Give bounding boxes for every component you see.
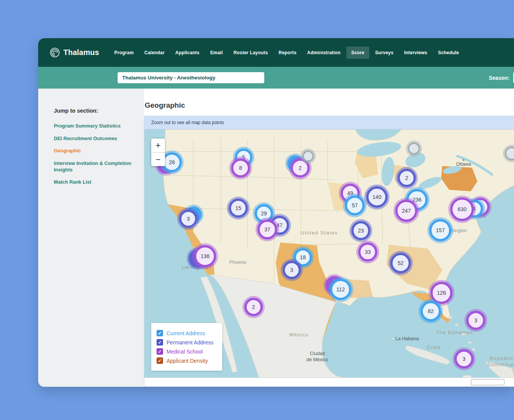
nav-item-calendar[interactable]: Calendar [139,47,170,59]
map-cluster[interactable]: 3 [179,210,197,228]
map-legend: ✓Current Address✓Permanent Address✓Medic… [151,323,222,371]
nav-item-applicants[interactable]: Applicants [170,47,204,59]
map-cluster[interactable]: 2 [398,169,416,187]
nav-item-administration[interactable]: Administration [302,47,345,59]
map-cluster[interactable]: 3 [283,261,301,279]
map-attribution-box[interactable] [471,379,504,385]
map-cluster[interactable]: 136 [194,245,216,267]
legend-label: Applicant Density [166,358,208,364]
map-footer [144,378,514,386]
sidebar-link-interview-invitation-completion-insights[interactable]: Interview Invitation & Completion Insigh… [54,160,133,173]
season-control: Season: [489,72,514,83]
map-cluster[interactable]: 37 [257,220,277,239]
map-cluster[interactable]: 3 [466,311,485,330]
legend-checkbox-permanent-address[interactable]: ✓ [157,339,163,346]
legend-checkbox-medical-school[interactable]: ✓ [157,348,163,355]
map-notice: Zoom out to see all map data points [144,116,514,129]
map-cluster[interactable]: 23 [351,221,370,240]
section-nav: Program Summary StatisticsDEI Recruitmen… [54,123,133,186]
map-cluster[interactable]: 247 [395,200,417,222]
sidebar-link-geographic[interactable]: Geographic [54,148,133,154]
nav-item-email[interactable]: Email [205,47,228,59]
subheader-bar: Thalamus University - Anesthesiology Sea… [38,67,514,89]
map-cluster[interactable]: 52 [390,253,411,273]
legend-row-current-address: ✓Current Address [157,330,217,336]
sidebar-heading: Jump to section: [54,108,133,114]
main-panel: Geographic Zoom out to see all map data … [144,89,514,387]
nav-item-surveys[interactable]: Surveys [370,47,398,59]
nav-item-score[interactable]: Score [346,47,369,59]
legend-label: Current Address [166,330,205,336]
map-cluster[interactable]: 33 [358,242,377,262]
legend-checkbox-applicant-density[interactable]: ✓ [157,357,163,364]
legend-checkbox-current-address[interactable]: ✓ [157,330,163,336]
zoom-control: + − [151,139,165,166]
brand-name: Thalamus [63,48,99,57]
content-area: Jump to section: Program Summary Statist… [38,89,514,387]
brand[interactable]: Thalamus [50,47,99,58]
map-cluster[interactable]: 8 [231,158,250,178]
season-label: Season: [489,75,509,81]
app-window: Thalamus ProgramCalendarApplicantsEmailR… [38,38,514,387]
legend-row-permanent-address: ✓Permanent Address [157,339,217,346]
map-cluster[interactable]: 3 [454,349,474,368]
top-nav-bar: Thalamus ProgramCalendarApplicantsEmailR… [38,38,514,67]
zoom-in-button[interactable]: + [151,139,165,152]
map-cluster[interactable]: 57 [345,195,365,215]
map-cluster[interactable]: 126 [430,282,453,304]
program-select[interactable]: Thalamus University - Anesthesiology [118,72,264,83]
map-panel: Zoom out to see all map data points [144,116,514,387]
map-cluster[interactable]: 157 [429,219,451,241]
sidebar-link-dei-recruitment-outcomes[interactable]: DEI Recruitment Outcomes [54,136,133,142]
map-cluster[interactable]: 112 [330,279,351,300]
legend-row-applicant-density: ✓Applicant Density [157,357,217,364]
map[interactable]: OttawaNew YorkWashingtonUnited StatesPho… [144,129,514,378]
map-cluster[interactable]: 82 [420,301,441,321]
map-cluster[interactable]: 15 [229,199,248,218]
map-cluster[interactable]: 2 [244,298,263,316]
legend-row-medical-school: ✓Medical School [157,348,217,355]
legend-label: Medical School [166,349,203,355]
sidebar-link-match-rank-list[interactable]: Match Rank List [54,179,133,186]
page-title: Geographic [145,101,514,110]
map-cluster[interactable]: 630 [450,197,474,221]
zoom-out-button[interactable]: − [151,152,165,166]
map-cluster[interactable] [408,142,420,155]
map-cluster[interactable]: 140 [366,186,388,208]
main-nav: ProgramCalendarApplicantsEmailRoster Lay… [109,47,464,59]
sidebar-link-program-summary-statistics[interactable]: Program Summary Statistics [54,123,133,129]
map-cluster[interactable] [302,150,314,162]
legend-label: Permanent Address [166,339,213,346]
nav-item-reports[interactable]: Reports [274,47,302,59]
nav-item-interviews[interactable]: Interviews [399,47,432,59]
nav-item-program[interactable]: Program [109,47,139,59]
nav-item-roster-layouts[interactable]: Roster Layouts [228,47,273,59]
sidebar: Jump to section: Program Summary Statist… [38,89,144,387]
nav-item-schedule[interactable]: Schedule [433,47,464,59]
thalamus-logo-icon [50,47,60,58]
